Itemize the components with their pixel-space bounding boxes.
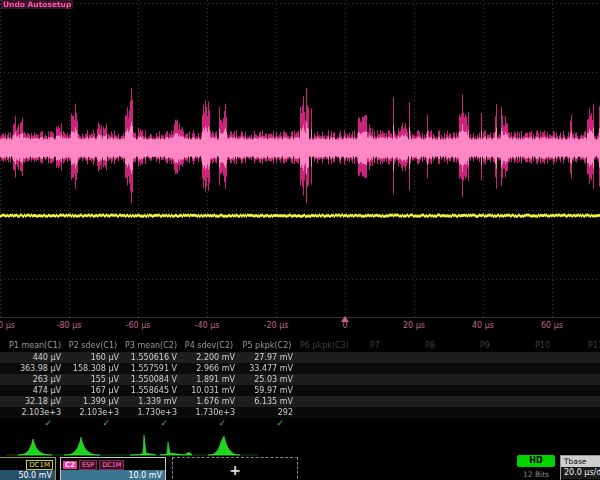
measure-column-disabled: P6 pkpk(C3) xyxy=(300,340,364,352)
status-check-icon: ✓ xyxy=(180,418,238,428)
time-tick-label: 0 xyxy=(342,321,347,330)
time-tick-label: -60 µs xyxy=(126,321,151,330)
time-tick-label: -20 µs xyxy=(264,321,289,330)
measure-header[interactable]: P5 pkpk(C2) xyxy=(238,340,296,352)
measure-value: 10.031 mV xyxy=(180,385,238,396)
measure-value: 1.730e+3 xyxy=(122,407,180,418)
histicon-p2[interactable] xyxy=(64,437,100,455)
hd-bits-label: 12 Bits xyxy=(513,470,559,479)
measure-value: 158.308 µV xyxy=(64,363,122,374)
measure-value: 27.97 mV xyxy=(238,352,296,363)
measure-value: 2.103e+3 xyxy=(6,407,64,418)
histicon-p1[interactable] xyxy=(18,439,52,455)
hd-mode-badge[interactable]: HD xyxy=(517,455,555,467)
measure-value: 1.891 mV xyxy=(180,374,238,385)
timebase-label: Tbase xyxy=(561,456,600,467)
measure-value: 6.135 mV xyxy=(238,396,296,407)
timebase-descriptor[interactable]: Tbase 20.0 µs/div xyxy=(560,455,600,480)
measure-value: 2.103e+3 xyxy=(64,407,122,418)
measure-value: 1.558645 V xyxy=(122,385,180,396)
status-check-icon: ✓ xyxy=(6,418,64,428)
status-check-icon: ✓ xyxy=(238,418,296,428)
time-tick-label: 20 µs xyxy=(403,321,425,330)
undo-autosetup-button[interactable]: Undo Autosetup xyxy=(1,0,73,9)
measure-column-4: P4 sdev(C2)2.200 mV2.966 mV1.891 mV10.03… xyxy=(180,340,238,428)
measure-value: 1.676 mV xyxy=(180,396,238,407)
measure-value: 292 xyxy=(238,407,296,418)
oscilloscope-screen: Undo Autosetup -100 µs-80 µs-60 µs-40 µs… xyxy=(0,0,600,480)
add-trace-button[interactable]: + xyxy=(172,457,298,480)
channel-descriptor-c1[interactable]: DC1M 50.0 mV xyxy=(0,457,56,480)
measure-value: 363.98 µV xyxy=(6,363,64,374)
time-tick-label: -100 µs xyxy=(0,321,15,330)
c1-coupling-badge: DC1M xyxy=(26,460,53,470)
time-tick-label: 40 µs xyxy=(472,321,494,330)
c2-volts-per-div: 10.0 mV xyxy=(61,470,165,480)
measure-header-disabled[interactable]: P6 pkpk(C3) xyxy=(300,340,364,352)
measure-value: 474 µV xyxy=(6,385,64,396)
measure-column-1: P1 mean(C1)440 µV363.98 µV263 µV474 µV32… xyxy=(6,340,64,428)
c2-channel-badge: C2 xyxy=(63,461,77,469)
time-tick-label: -80 µs xyxy=(57,321,82,330)
measure-value: 1.399 µV xyxy=(64,396,122,407)
measure-value: 33.477 mV xyxy=(238,363,296,374)
histicon-p4[interactable] xyxy=(160,442,192,455)
measure-value: 32.18 µV xyxy=(6,396,64,407)
time-tick-label: -40 µs xyxy=(195,321,220,330)
measure-header[interactable]: P1 mean(C1) xyxy=(6,340,64,352)
measure-value: 167 µV xyxy=(64,385,122,396)
trigger-position-marker[interactable] xyxy=(341,316,349,322)
measure-value: 2.966 mV xyxy=(180,363,238,374)
measure-column-3: P3 mean(C2)1.550616 V1.557591 V1.550084 … xyxy=(122,340,180,428)
c2-coupling-badge: DC1M xyxy=(99,460,124,470)
measure-column-2: P2 sdev(C1)160 µV158.308 µV155 µV167 µV1… xyxy=(64,340,122,428)
measure-value: 155 µV xyxy=(64,374,122,385)
measure-value: 59.97 mV xyxy=(238,385,296,396)
time-tick-label: 60 µs xyxy=(541,321,563,330)
time-axis: -100 µs-80 µs-60 µs-40 µs-20 µs020 µs40 … xyxy=(0,318,600,338)
c2-esp-badge: ESP xyxy=(79,460,97,470)
measure-value: 263 µV xyxy=(6,374,64,385)
measure-value: 1.550616 V xyxy=(122,352,180,363)
measurement-table: P1 mean(C1)440 µV363.98 µV263 µV474 µV32… xyxy=(0,340,600,432)
measure-value: 1.550084 V xyxy=(122,374,180,385)
measure-header[interactable]: P2 sdev(C1) xyxy=(64,340,122,352)
measurement-histicons[interactable] xyxy=(0,430,300,458)
status-check-icon: ✓ xyxy=(122,418,180,428)
measure-header[interactable]: P4 sdev(C2) xyxy=(180,340,238,352)
c1-volts-per-div: 50.0 mV xyxy=(0,470,55,480)
measure-value: 1.557591 V xyxy=(122,363,180,374)
measure-value: 1.730e+3 xyxy=(180,407,238,418)
measure-value: 25.03 mV xyxy=(238,374,296,385)
waveform-display[interactable] xyxy=(0,0,600,318)
measure-value: 440 µV xyxy=(6,352,64,363)
measure-column-5: P5 pkpk(C2)27.97 mV33.477 mV25.03 mV59.9… xyxy=(238,340,296,428)
histicon-p3[interactable] xyxy=(130,435,156,455)
histicon-p5[interactable] xyxy=(208,436,240,455)
measure-header[interactable]: P3 mean(C2) xyxy=(122,340,180,352)
timebase-value: 20.0 µs/div xyxy=(561,467,600,479)
measure-value: 160 µV xyxy=(64,352,122,363)
measure-column-disabled: P11 xyxy=(588,340,600,352)
measure-value: 2.200 mV xyxy=(180,352,238,363)
plus-icon: + xyxy=(229,462,241,478)
status-check-icon: ✓ xyxy=(64,418,122,428)
channel-descriptor-c2[interactable]: C2 ESP DC1M 10.0 mV xyxy=(60,457,166,480)
measure-header-disabled[interactable]: P11 xyxy=(588,340,600,352)
measure-value: 1.339 mV xyxy=(122,396,180,407)
